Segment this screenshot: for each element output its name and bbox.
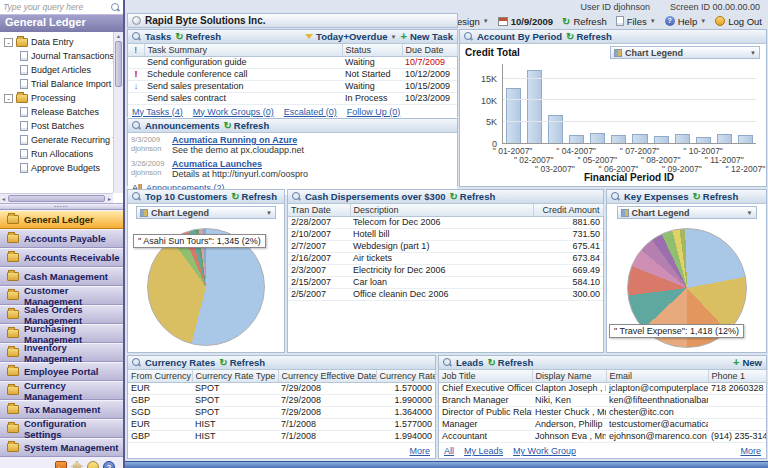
bar-04-2007[interactable] bbox=[569, 135, 584, 143]
escalated-link[interactable]: Escalated (0) bbox=[284, 107, 337, 117]
table-row[interactable]: Director of Public RelationsHester Chuck… bbox=[439, 406, 766, 418]
task-filter-dropdown[interactable]: Today+Overdue▼ bbox=[305, 31, 396, 42]
table-row[interactable]: GBPHIST7/1/20081.994000 bbox=[128, 430, 435, 442]
bar-09-2007[interactable] bbox=[675, 134, 690, 143]
help-button[interactable]: ?Help▼ bbox=[665, 16, 707, 27]
refresh-button[interactable]: ↻Refresh bbox=[223, 120, 269, 131]
sidebar-module-employee-portal[interactable]: Employee Portal bbox=[0, 362, 123, 381]
column-header[interactable]: Tran Date bbox=[288, 204, 350, 216]
help-icon[interactable]: ? bbox=[103, 461, 115, 468]
tree-leaf-approve-budgets[interactable]: Approve Budgets bbox=[4, 161, 111, 175]
table-row[interactable]: EURHIST7/1/20081.577000 bbox=[128, 418, 435, 430]
bar-06-2007[interactable] bbox=[611, 135, 626, 143]
bar-11-2007[interactable] bbox=[717, 134, 732, 143]
chart-legend-dropdown[interactable]: Chart Legend ▼ bbox=[610, 46, 760, 59]
column-header[interactable]: Due Date bbox=[402, 44, 457, 56]
sidebar-module-accounts-payable[interactable]: Accounts Payable bbox=[0, 229, 123, 248]
sidebar-module-system-management[interactable]: System Management bbox=[0, 438, 123, 457]
table-row[interactable]: EURSPOT7/29/20081.570000 bbox=[128, 382, 435, 394]
tree-node-processing[interactable]: -Processing bbox=[4, 91, 111, 105]
table-row[interactable]: GBPSPOT7/29/20081.990000 bbox=[128, 394, 435, 406]
refresh-button[interactable]: ↻Refresh bbox=[449, 191, 495, 202]
refresh-button[interactable]: ↻Refresh bbox=[487, 357, 533, 368]
tree-vertical-scrollbar[interactable]: ▲ bbox=[113, 32, 123, 193]
new-lead-button[interactable]: +New bbox=[733, 357, 762, 368]
sidebar-module-accounts-receivable[interactable]: Accounts Receivable bbox=[0, 248, 123, 267]
task-row[interactable]: !Schedule conference callNot Started10/1… bbox=[128, 68, 457, 80]
new-task-button[interactable]: +New Task bbox=[400, 31, 453, 42]
tree-leaf-journal-transactions[interactable]: Journal Transactions bbox=[4, 49, 111, 63]
files-button[interactable]: Files▼ bbox=[616, 16, 656, 27]
announcement-title-link[interactable]: Acumatica Launches bbox=[172, 159, 262, 169]
sidebar-module-purchasing-management[interactable]: Purchasing Management bbox=[0, 324, 123, 343]
chat-icon[interactable] bbox=[87, 461, 99, 468]
more-link[interactable]: More bbox=[740, 446, 761, 456]
column-header[interactable]: Job Title bbox=[439, 370, 532, 382]
bar-01-2007[interactable] bbox=[506, 88, 521, 144]
table-row[interactable]: ManagerAnderson, Philliptestcustomer@acu… bbox=[439, 418, 766, 430]
column-header[interactable]: Display Name bbox=[532, 370, 606, 382]
sidebar-module-currency-management[interactable]: Currency Management bbox=[0, 381, 123, 400]
sidebar-module-sales-orders-management[interactable]: Sales Orders Management bbox=[0, 305, 123, 324]
task-row[interactable]: ↓Send sales presentationWaiting10/15/200… bbox=[128, 80, 457, 92]
search-input[interactable] bbox=[3, 2, 111, 12]
refresh-button[interactable]: ↻Refresh bbox=[562, 16, 607, 27]
tree-horizontal-scrollbar[interactable]: ◄► bbox=[0, 193, 113, 203]
tree-leaf-budget-articles[interactable]: Budget Articles bbox=[4, 63, 111, 77]
tree-node-data-entry[interactable]: -Data Entry bbox=[4, 35, 111, 49]
table-row[interactable]: 2/15/2007Car loan584.10 bbox=[288, 276, 603, 288]
table-row[interactable]: Chief Executive OfficerClapton Joseph , … bbox=[439, 382, 766, 394]
bar-08-2007[interactable] bbox=[654, 136, 669, 143]
tree-leaf-release-batches[interactable]: Release Batches bbox=[4, 105, 111, 119]
my-work-groups-link[interactable]: My Work Groups (0) bbox=[193, 107, 274, 117]
bar-03-2007[interactable] bbox=[548, 115, 563, 143]
column-header[interactable]: Currency Effective Date bbox=[278, 370, 376, 382]
task-row[interactable]: Send sales contractIn Process10/23/2009 bbox=[128, 92, 457, 104]
rss-icon[interactable] bbox=[55, 461, 67, 468]
tree-leaf-trial-balance-import[interactable]: Trial Balance Import bbox=[4, 77, 111, 91]
my-leads-link[interactable]: My Leads bbox=[464, 446, 503, 456]
column-header[interactable]: Phone 1 bbox=[708, 370, 766, 382]
table-row[interactable]: 2/28/2007Telecom for Dec 2006881.60 bbox=[288, 216, 603, 228]
column-header[interactable]: Currency Rate bbox=[376, 370, 435, 382]
home-icon[interactable] bbox=[71, 461, 83, 468]
column-header[interactable]: Description bbox=[350, 204, 533, 216]
chart-legend-dropdown[interactable]: Chart Legend ▼ bbox=[136, 206, 276, 219]
refresh-button[interactable]: ↻Refresh bbox=[566, 31, 612, 42]
column-header[interactable]: ! bbox=[128, 44, 144, 56]
column-header[interactable]: From Currency bbox=[128, 370, 192, 382]
bar-07-2007[interactable] bbox=[632, 134, 647, 143]
search-icon[interactable] bbox=[111, 3, 120, 12]
sidebar-module-cash-management[interactable]: Cash Management bbox=[0, 267, 123, 286]
date-picker[interactable]: 10/9/2009 bbox=[498, 16, 553, 27]
tree-leaf-run-allocations[interactable]: Run Allocations bbox=[4, 147, 111, 161]
column-header[interactable]: Credit Amount bbox=[533, 204, 603, 216]
refresh-button[interactable]: ↻Refresh bbox=[219, 357, 265, 368]
logout-button[interactable]: Log Out bbox=[715, 16, 762, 27]
refresh-button[interactable]: ↻Refresh bbox=[231, 191, 277, 202]
more-link[interactable]: More bbox=[409, 446, 430, 456]
table-row[interactable]: 2/3/2007Electricity for Dec 2006669.49 bbox=[288, 264, 603, 276]
collapse-icon[interactable]: - bbox=[4, 38, 13, 47]
tree-leaf-generate-recurring-trans[interactable]: Generate Recurring Trans bbox=[4, 133, 111, 147]
sidebar-module-tax-management[interactable]: Tax Management bbox=[0, 400, 123, 419]
table-row[interactable]: AccountantJohnson Eva , Mrs.ejohnson@mar… bbox=[439, 430, 766, 442]
follow-up-link[interactable]: Follow Up (0) bbox=[347, 107, 401, 117]
collapse-icon[interactable]: - bbox=[4, 94, 13, 103]
table-row[interactable]: 2/10/2007Hotell bill731.50 bbox=[288, 228, 603, 240]
sidebar-module-configuration-settings[interactable]: Configuration Settings bbox=[0, 419, 123, 438]
bar-12-2007[interactable] bbox=[738, 135, 753, 143]
column-header[interactable]: Task Summary bbox=[144, 44, 342, 56]
sidebar-module-general-ledger[interactable]: General Ledger bbox=[0, 210, 123, 229]
column-header[interactable]: Currency Rate Type bbox=[192, 370, 278, 382]
my-work-group-link[interactable]: My Work Group bbox=[513, 446, 576, 456]
tree-leaf-post-batches[interactable]: Post Batches bbox=[4, 119, 111, 133]
table-row[interactable]: 2/5/2007Office cleanin Dec 2006300.00 bbox=[288, 288, 603, 300]
all-link[interactable]: All bbox=[444, 446, 454, 456]
sidebar-module-inventory-management[interactable]: Inventory Management bbox=[0, 343, 123, 362]
table-row[interactable]: Branch ManagerNiki, Kenken@fifteenthnati… bbox=[439, 394, 766, 406]
my-tasks-link[interactable]: My Tasks (4) bbox=[132, 107, 183, 117]
task-row[interactable]: Send configuration guideWaiting10/7/2009 bbox=[128, 56, 457, 68]
chart-legend-dropdown[interactable]: Chart Legend ▼ bbox=[617, 206, 757, 219]
refresh-button[interactable]: ↻Refresh bbox=[692, 191, 738, 202]
